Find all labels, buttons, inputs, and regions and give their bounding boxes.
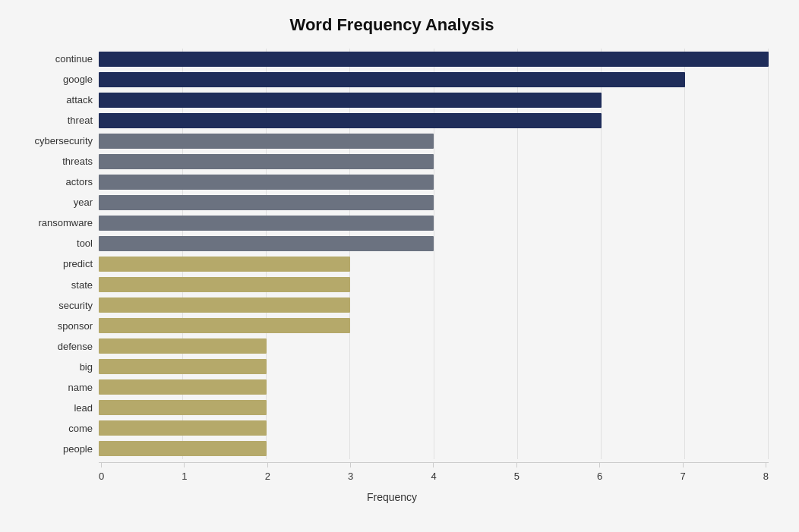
y-label-cybersecurity: cybersecurity — [34, 131, 93, 151]
bar-name — [99, 379, 267, 395]
x-tick-label-0: 0 — [99, 471, 104, 482]
y-label-name: name — [68, 377, 93, 398]
x-axis: 012345678 — [99, 462, 769, 482]
x-tick-label-3: 3 — [348, 471, 353, 482]
y-label-year: year — [74, 192, 93, 212]
bars-area: 012345678 — [99, 49, 769, 459]
bar-come — [99, 420, 267, 436]
bar-lead — [99, 400, 267, 415]
bar-sponsor — [99, 318, 350, 333]
bar-year — [99, 195, 434, 210]
y-label-actors: actors — [66, 172, 93, 192]
bar-state — [99, 277, 350, 292]
y-label-big: big — [80, 357, 93, 377]
bar-row-attack — [99, 90, 769, 110]
x-tick-0: 0 — [99, 463, 104, 482]
bar-ransomware — [99, 216, 434, 231]
x-tick-2: 2 — [265, 463, 270, 482]
bar-row-people — [99, 439, 769, 458]
bar-row-continue — [99, 49, 769, 69]
bar-predict — [99, 257, 350, 272]
bar-row-come — [99, 418, 769, 438]
bar-row-sponsor — [99, 316, 769, 335]
bar-defense — [99, 338, 267, 354]
bar-row-cybersecurity — [99, 131, 769, 151]
chart-container: Word Frequency Analysis continuegoogleat… — [0, 0, 799, 532]
bar-row-year — [99, 193, 769, 212]
bar-tool — [99, 236, 434, 251]
y-label-sponsor: sponsor — [58, 316, 93, 336]
x-tick-line-0 — [101, 463, 102, 467]
x-tick-label-7: 7 — [680, 471, 685, 482]
y-label-continue: continue — [55, 49, 93, 69]
y-label-come: come — [68, 418, 93, 439]
x-tick-4: 4 — [431, 463, 436, 482]
x-tick-line-2 — [267, 463, 268, 467]
bar-row-security — [99, 295, 769, 315]
bar-people — [99, 441, 267, 456]
bar-row-defense — [99, 336, 769, 356]
bar-threats — [99, 154, 434, 169]
x-tick-line-5 — [516, 463, 517, 467]
y-label-threat: threat — [68, 110, 93, 131]
y-labels: continuegoogleattackthreatcybersecurityt… — [15, 49, 99, 459]
bar-row-state — [99, 275, 769, 294]
bar-threat — [99, 113, 602, 128]
y-label-attack: attack — [66, 90, 93, 110]
bar-attack — [99, 93, 602, 108]
y-label-ransomware: ransomware — [38, 212, 93, 233]
chart-area: continuegoogleattackthreatcybersecurityt… — [15, 49, 769, 459]
x-tick-label-1: 1 — [182, 471, 187, 482]
x-tick-line-3 — [350, 463, 351, 467]
y-label-google: google — [63, 69, 93, 90]
y-label-tool: tool — [77, 233, 93, 253]
bar-big — [99, 359, 267, 374]
bar-row-actors — [99, 172, 769, 192]
bar-row-lead — [99, 398, 769, 417]
x-tick-label-4: 4 — [431, 471, 436, 482]
x-tick-6: 6 — [597, 463, 602, 482]
x-tick-1: 1 — [182, 463, 187, 482]
y-label-lead: lead — [74, 398, 93, 418]
y-label-defense: defense — [58, 336, 93, 357]
x-tick-label-2: 2 — [265, 471, 270, 482]
bar-continue — [99, 52, 769, 67]
y-label-state: state — [71, 275, 93, 295]
bar-row-big — [99, 357, 769, 376]
bar-row-threats — [99, 152, 769, 172]
bar-cybersecurity — [99, 134, 434, 149]
x-tick-8: 8 — [763, 463, 769, 482]
x-axis-label: Frequency — [15, 491, 769, 503]
x-tick-line-8 — [766, 463, 766, 467]
x-tick-line-1 — [184, 463, 185, 467]
x-tick-5: 5 — [514, 463, 520, 482]
y-label-threats: threats — [62, 151, 93, 172]
y-label-people: people — [63, 439, 93, 459]
y-label-predict: predict — [63, 253, 93, 274]
x-tick-3: 3 — [348, 463, 353, 482]
bar-security — [99, 297, 350, 313]
bar-row-name — [99, 377, 769, 397]
x-tick-line-7 — [683, 463, 684, 467]
bar-google — [99, 72, 685, 87]
bar-row-tool — [99, 234, 769, 253]
y-label-security: security — [58, 295, 93, 316]
bar-row-threat — [99, 111, 769, 131]
x-tick-line-4 — [433, 463, 434, 467]
x-tick-label-5: 5 — [514, 471, 520, 482]
bar-actors — [99, 175, 434, 190]
bar-row-predict — [99, 254, 769, 274]
bar-row-ransomware — [99, 213, 769, 233]
x-tick-label-6: 6 — [597, 471, 602, 482]
x-tick-line-6 — [599, 463, 600, 467]
bar-row-google — [99, 70, 769, 90]
x-tick-7: 7 — [680, 463, 685, 482]
chart-title: Word Frequency Analysis — [15, 15, 769, 35]
x-tick-label-8: 8 — [763, 471, 769, 482]
